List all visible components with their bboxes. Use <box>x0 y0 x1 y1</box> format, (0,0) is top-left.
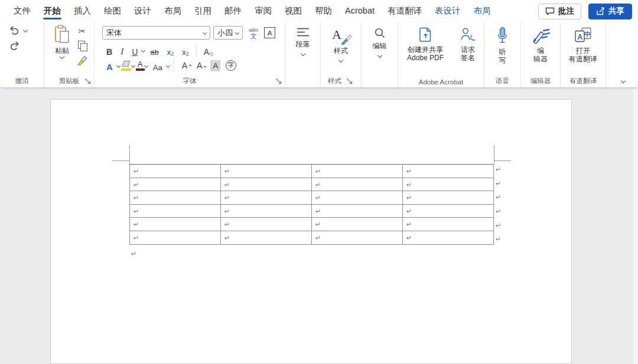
highlight-dropdown-chevron[interactable] <box>132 59 135 70</box>
undo-group-label: 撤消 <box>0 77 44 86</box>
tab-布局[interactable]: 布局 <box>467 0 497 22</box>
table-cell[interactable]: ↵ <box>312 218 403 231</box>
format-painter-icon[interactable] <box>77 54 88 65</box>
underline-dropdown-chevron[interactable] <box>142 44 145 54</box>
share-button[interactable]: 共享 <box>588 4 632 19</box>
enclose-characters-button[interactable]: 字 <box>226 60 236 71</box>
request-signatures-label-line1: 请求 <box>461 45 475 54</box>
underline-button[interactable]: U <box>128 44 142 57</box>
table-cell[interactable]: ↵ <box>221 165 312 178</box>
table-cell[interactable]: ↵ <box>130 218 221 231</box>
tab-Acrobat[interactable]: Acrobat <box>338 0 381 22</box>
table-cell[interactable]: ↵ <box>221 191 312 205</box>
paste-dropdown-chevron[interactable] <box>60 54 64 59</box>
dictate-button[interactable]: 听 写 <box>484 22 520 64</box>
tab-设计[interactable]: 设计 <box>128 0 158 22</box>
clipboard-small-buttons: ✂ <box>75 26 89 65</box>
change-case-dropdown-chevron[interactable] <box>167 59 170 70</box>
tab-文件[interactable]: 文件 <box>7 0 37 22</box>
character-shading-button[interactable]: A <box>210 60 220 71</box>
tab-邮件[interactable]: 邮件 <box>218 0 248 22</box>
document-table[interactable]: ↵↵↵↵↵↵↵↵↵↵↵↵↵↵↵↵↵↵↵↵↵↵↵↵ <box>129 164 494 245</box>
table-cell[interactable]: ↵ <box>403 204 494 218</box>
strikethrough-button[interactable]: ab <box>146 44 162 57</box>
tab-布局[interactable]: 布局 <box>158 0 188 22</box>
shrink-font-button[interactable]: A <box>192 61 207 70</box>
redo-button[interactable] <box>9 41 20 50</box>
clear-formatting-button[interactable]: A◇ <box>200 44 218 57</box>
tab-插入[interactable]: 插入 <box>67 0 97 22</box>
tab-表设计[interactable]: 表设计 <box>428 0 467 22</box>
tab-有道翻译[interactable]: 有道翻译 <box>381 0 428 22</box>
end-of-row-marker: ↵ <box>496 220 501 234</box>
text-effects-button[interactable]: A <box>102 59 117 72</box>
table-cell[interactable]: ↵ <box>130 178 221 191</box>
comments-button[interactable]: 批注 <box>538 4 581 19</box>
table-cell[interactable]: ↵ <box>312 165 403 178</box>
font-color-dropdown-chevron[interactable] <box>145 59 148 70</box>
font-dialog-launcher[interactable] <box>276 78 282 84</box>
text-highlight-button[interactable] <box>121 61 132 71</box>
phonetic-guide-button[interactable]: wén 文 <box>246 27 261 39</box>
tab-视图[interactable]: 视图 <box>278 0 308 22</box>
share-icon <box>596 7 605 15</box>
table-cell[interactable]: ↵ <box>130 165 221 178</box>
bold-button[interactable]: B <box>102 44 116 57</box>
collapse-ribbon-button[interactable] <box>621 78 626 83</box>
table-cell[interactable]: ↵ <box>312 191 403 205</box>
change-case-button[interactable]: Aa <box>149 59 167 72</box>
share-label: 共享 <box>608 6 624 17</box>
font-name-select[interactable]: 宋体 <box>102 26 210 40</box>
editor-button[interactable]: 编 辑器 <box>521 22 560 63</box>
create-share-pdf-button[interactable]: 创建并共享 Adobe PDF <box>398 22 453 62</box>
table-cell[interactable]: ↵ <box>403 165 494 178</box>
paragraph-label: 段落 <box>296 40 310 48</box>
table-cell[interactable]: ↵ <box>312 231 403 244</box>
clipboard-dialog-launcher[interactable] <box>85 78 91 84</box>
tab-帮助[interactable]: 帮助 <box>308 0 338 22</box>
document-page[interactable]: ↵↵↵↵↵↵↵↵↵↵↵↵↵↵↵↵↵↵↵↵↵↵↵↵ ↵↵↵↵↵↵ ↵ <box>50 99 572 364</box>
grow-font-button[interactable]: A <box>177 61 192 70</box>
editing-group: 编辑 <box>362 22 398 87</box>
table-cell[interactable]: ↵ <box>221 231 312 244</box>
styles-button[interactable]: A 样式 <box>321 22 361 62</box>
tab-绘图[interactable]: 绘图 <box>97 0 128 22</box>
undo-button[interactable] <box>9 25 27 35</box>
tab-引用[interactable]: 引用 <box>188 0 218 22</box>
italic-button[interactable]: I <box>116 44 128 57</box>
dictate-label-line1: 听 <box>499 48 506 56</box>
redo-icon <box>9 41 20 50</box>
table-cell[interactable]: ↵ <box>403 191 494 205</box>
paste-button[interactable]: 粘贴 <box>49 25 75 58</box>
request-signatures-button[interactable]: x 请求 签名 <box>453 22 483 62</box>
editing-button[interactable]: 编辑 <box>362 22 398 57</box>
paragraph-button[interactable]: 段落 <box>285 22 320 55</box>
font-size-select[interactable]: 小四 <box>213 26 243 40</box>
cell-end-marker: ↵ <box>224 181 230 189</box>
table-cell[interactable]: ↵ <box>221 204 312 218</box>
table-cell[interactable]: ↵ <box>403 218 494 231</box>
table-cell[interactable]: ↵ <box>130 191 221 205</box>
subscript-button[interactable]: x2 <box>163 44 178 57</box>
tab-开始[interactable]: 开始 <box>37 0 67 22</box>
tab-审阅[interactable]: 审阅 <box>248 0 278 22</box>
undo-dropdown-chevron[interactable] <box>23 28 28 32</box>
adobe-acrobat-group: 创建并共享 Adobe PDF x 请求 签名 Ado <box>398 22 484 87</box>
table-cell[interactable]: ↵ <box>403 231 494 244</box>
text-effects-dropdown-chevron[interactable] <box>117 59 120 70</box>
find-icon <box>374 27 386 39</box>
table-cell[interactable]: ↵ <box>130 231 221 244</box>
copy-icon[interactable] <box>78 41 86 50</box>
open-youdao-translate-button[interactable]: 中 A 打开 有道翻译 <box>561 22 606 63</box>
styles-dialog-launcher[interactable] <box>347 78 353 84</box>
superscript-button[interactable]: x2 <box>178 44 193 57</box>
table-cell[interactable]: ↵ <box>130 204 221 218</box>
table-cell[interactable]: ↵ <box>312 204 403 218</box>
table-cell[interactable]: ↵ <box>403 178 494 191</box>
table-cell[interactable]: ↵ <box>221 178 312 191</box>
cut-icon[interactable]: ✂ <box>79 26 86 37</box>
character-border-button[interactable]: A <box>264 27 275 38</box>
table-cell[interactable]: ↵ <box>221 218 312 231</box>
table-cell[interactable]: ↵ <box>312 178 403 191</box>
vertical-scrollbar[interactable] <box>633 90 638 364</box>
